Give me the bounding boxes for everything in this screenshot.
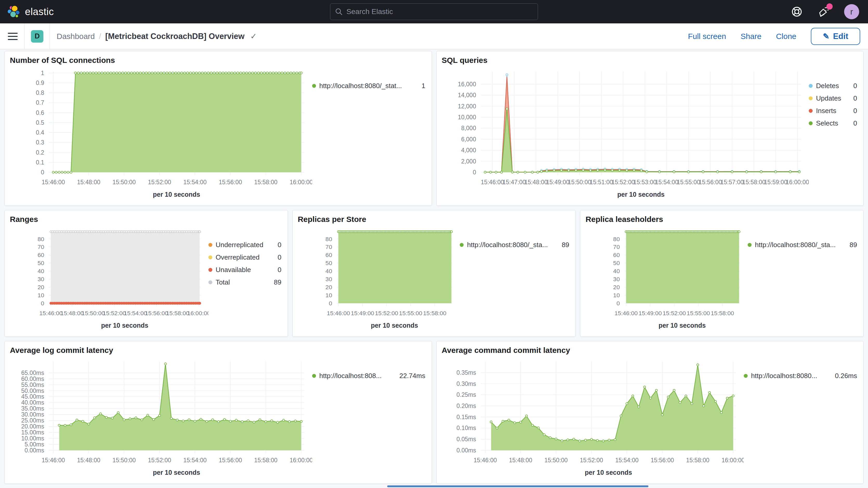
pencil-icon: ✎ — [823, 32, 829, 41]
svg-text:16:00:00: 16:00:00 — [187, 310, 208, 316]
svg-text:60: 60 — [613, 251, 620, 258]
legend-series-dot — [809, 96, 813, 100]
legend-label: Inserts — [816, 107, 850, 115]
command-commit-latency-chart[interactable]: 0.00ms0.05ms0.10ms0.15ms0.20ms0.25ms0.30… — [442, 357, 744, 481]
svg-text:15:52:00: 15:52:00 — [103, 310, 126, 316]
clone-button[interactable]: Clone — [776, 32, 796, 41]
chart-legend: http://localhost:8080/_sta...89 — [748, 226, 858, 333]
legend-item[interactable]: Overreplicated0 — [209, 253, 281, 262]
panel-ranges: Ranges 0102030405060708015:46:0015:48:00… — [4, 210, 288, 337]
user-avatar[interactable]: r — [844, 4, 859, 19]
legend-item[interactable]: Updates0 — [809, 94, 857, 102]
svg-text:15:46:00: 15:46:00 — [41, 179, 65, 186]
svg-text:70: 70 — [326, 243, 332, 250]
legend-label: Unavailable — [216, 266, 274, 274]
svg-text:14,000: 14,000 — [458, 92, 476, 98]
app-header: elastic — [0, 0, 868, 23]
svg-text:0.9: 0.9 — [36, 80, 44, 86]
help-icon — [790, 5, 803, 18]
svg-text:70: 70 — [37, 243, 44, 250]
checkmark-icon[interactable]: ✓ — [250, 32, 257, 41]
svg-text:0: 0 — [616, 300, 620, 307]
svg-text:80: 80 — [613, 236, 620, 242]
panel-title: Ranges — [10, 215, 282, 224]
log-commit-latency-chart[interactable]: 0.00ms5.00ms10.00ms15.00ms20.00ms25.00ms… — [10, 357, 312, 481]
svg-text:10: 10 — [37, 292, 44, 299]
legend-value: 89 — [849, 241, 857, 249]
legend-value: 0 — [854, 82, 857, 90]
svg-text:15:49:00: 15:49:00 — [351, 310, 374, 316]
svg-text:0.5: 0.5 — [36, 119, 44, 126]
svg-text:40: 40 — [326, 268, 332, 274]
svg-text:10: 10 — [613, 292, 620, 299]
svg-text:30: 30 — [326, 276, 332, 282]
legend-item[interactable]: Total89 — [209, 278, 281, 286]
share-button[interactable]: Share — [741, 32, 762, 41]
ranges-chart[interactable]: 0102030405060708015:46:0015:48:0015:50:0… — [10, 226, 209, 333]
horizontal-scrollbar[interactable] — [387, 485, 648, 487]
breadcrumb-dashboard[interactable]: Dashboard — [57, 32, 95, 41]
replica-leaseholders-chart[interactable]: 0102030405060708015:46:0015:49:0015:52:0… — [586, 226, 748, 333]
svg-text:8,000: 8,000 — [461, 125, 476, 131]
legend-item[interactable]: http://localhost:808...22.74ms — [312, 372, 426, 380]
svg-text:15:48:00: 15:48:00 — [77, 179, 100, 186]
sql-queries-chart[interactable]: 02,0004,0006,0008,00010,00012,00014,0001… — [442, 67, 809, 203]
svg-text:15:46:00: 15:46:00 — [327, 310, 350, 316]
svg-text:15:52:00: 15:52:00 — [663, 310, 686, 316]
svg-text:per 10 seconds: per 10 seconds — [585, 469, 632, 476]
brand[interactable]: elastic — [0, 5, 112, 19]
legend-item[interactable]: http://localhost:8080...0.26ms — [744, 372, 857, 380]
svg-text:15:46:00: 15:46:00 — [473, 457, 497, 464]
svg-text:10.00ms: 10.00ms — [21, 435, 44, 442]
legend-item[interactable]: http://localhost:8080/_sta...89 — [748, 241, 857, 249]
legend-series-dot — [809, 121, 813, 125]
legend-item[interactable]: Unavailable0 — [209, 266, 281, 274]
full-screen-button[interactable]: Full screen — [688, 32, 726, 41]
svg-text:15:46:00: 15:46:00 — [615, 310, 638, 316]
svg-text:0.35ms: 0.35ms — [456, 369, 476, 376]
search-input[interactable] — [346, 7, 533, 16]
brand-name: elastic — [25, 6, 54, 18]
edit-button[interactable]: ✎ Edit — [811, 28, 860, 45]
svg-text:40: 40 — [613, 268, 620, 274]
svg-text:15:58:00: 15:58:00 — [254, 457, 277, 464]
dashboard-grid: Number of SQL connections 00.10.20.30.40… — [0, 49, 868, 488]
help-button[interactable] — [790, 5, 804, 19]
legend-series-dot — [209, 243, 212, 247]
legend-value: 0 — [854, 107, 857, 115]
svg-text:45.00ms: 45.00ms — [21, 393, 44, 400]
svg-text:15:50:00: 15:50:00 — [113, 179, 136, 186]
legend-item[interactable]: http://localhost:8080/_sta...89 — [460, 241, 569, 249]
svg-text:0.15ms: 0.15ms — [456, 414, 476, 421]
svg-text:0.6: 0.6 — [36, 110, 44, 116]
legend-label: http://localhost:8080/_stat... — [319, 82, 418, 90]
svg-text:40: 40 — [37, 268, 44, 274]
panel-average-log-commit-latency: Average log commit latency 0.00ms5.00ms1… — [4, 341, 432, 484]
svg-text:65.00ms: 65.00ms — [21, 369, 44, 376]
legend-item[interactable]: Underreplicated0 — [209, 241, 281, 249]
svg-text:15:55:00: 15:55:00 — [687, 310, 710, 316]
legend-value: 1 — [422, 82, 425, 90]
legend-item[interactable]: Selects0 — [809, 119, 857, 127]
svg-text:0: 0 — [329, 300, 332, 307]
global-search[interactable] — [330, 3, 538, 20]
legend-item[interactable]: Inserts0 — [809, 107, 857, 115]
svg-text:15:54:00: 15:54:00 — [615, 457, 638, 464]
svg-text:0.25ms: 0.25ms — [456, 391, 476, 398]
svg-text:15:46:00: 15:46:00 — [41, 457, 65, 464]
svg-text:15:55:00: 15:55:00 — [677, 179, 700, 186]
sql-connections-chart[interactable]: 00.10.20.30.40.50.60.70.80.9115:46:0015:… — [10, 67, 312, 203]
svg-text:15:57:00: 15:57:00 — [720, 179, 744, 186]
legend-item[interactable]: Deletes0 — [809, 82, 857, 90]
newsfeed-button[interactable] — [817, 5, 831, 19]
chart-legend: http://localhost:8080/_stat...1 — [312, 67, 427, 203]
menu-icon — [8, 33, 18, 34]
legend-item[interactable]: http://localhost:8080/_stat...1 — [312, 82, 426, 90]
space-badge[interactable]: D — [31, 30, 43, 42]
legend-series-dot — [744, 374, 748, 378]
legend-value: 0 — [278, 266, 281, 274]
panel-title: Number of SQL connections — [10, 56, 427, 65]
svg-text:0: 0 — [473, 169, 476, 176]
menu-button[interactable] — [8, 23, 24, 49]
replicas-per-store-chart[interactable]: 0102030405060708015:46:0015:49:0015:52:0… — [298, 226, 460, 333]
